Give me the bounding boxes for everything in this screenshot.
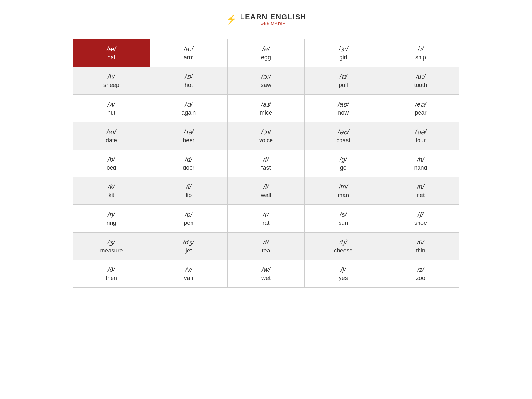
cell-phoneme: /k/ [76, 183, 147, 191]
cell-word: cheese [308, 247, 379, 254]
header-text-block: LEARN ENGLISH with MARIA [240, 13, 307, 26]
cell-phoneme: /ʒ/ [76, 238, 147, 246]
cell-phoneme: /ɒ/ [153, 73, 224, 81]
cell-word: wall [231, 192, 301, 199]
cell-phoneme: /aː/ [153, 45, 224, 53]
table-cell: /əʊ/coast [305, 122, 382, 150]
cell-phoneme: /aʊ/ [308, 100, 379, 108]
table-cell: /l/wall [227, 177, 305, 205]
cell-word: ship [385, 54, 456, 61]
cell-word: voice [231, 137, 301, 144]
cell-word: man [308, 192, 379, 199]
cell-word: now [308, 109, 379, 116]
cell-word: measure [76, 247, 147, 254]
cell-word: again [153, 109, 224, 116]
cell-word: pear [385, 109, 456, 116]
table-cell: /h/hand [382, 150, 459, 177]
cell-phoneme: /m/ [308, 183, 379, 191]
cell-word: saw [231, 82, 301, 89]
cell-word: hat [76, 54, 147, 61]
table-cell: /eə/pear [382, 95, 459, 122]
cell-phoneme: /iː/ [76, 73, 147, 81]
cell-phoneme: /əʊ/ [308, 128, 379, 136]
cell-word: wet [231, 275, 301, 281]
lightning-icon: ⚡ [226, 14, 237, 25]
table-cell: /dʒ/jet [150, 233, 227, 260]
table-cell: /ɜː/girl [305, 39, 382, 67]
table-cell: /f/fast [227, 150, 305, 177]
cell-word: kit [76, 192, 147, 199]
cell-word: beer [153, 137, 224, 144]
cell-word: net [385, 192, 456, 199]
cell-phoneme: /l/ [231, 183, 301, 191]
table-row: /ŋ/ring/p/pen/r/rat/s/sun/ʃ/shoe [73, 205, 459, 233]
cell-phoneme: /r/ [231, 211, 301, 218]
table-cell: /k/kit [73, 177, 150, 205]
cell-phoneme: /eə/ [385, 100, 456, 108]
cell-word: hand [385, 165, 456, 171]
table-cell: /ʃ/shoe [382, 205, 459, 233]
cell-phoneme: /t/ [231, 239, 301, 246]
cell-phoneme: /ð/ [76, 266, 147, 273]
cell-phoneme: /uː/ [385, 73, 456, 81]
cell-word: coast [308, 137, 379, 144]
table-row: /æ/hat/aː/arm/e/egg/ɜː/girl/ɪ/ship [73, 39, 459, 67]
table-cell: /z/zoo [382, 260, 459, 288]
cell-phoneme: /dʒ/ [153, 238, 224, 246]
cell-word: tea [231, 247, 301, 254]
cell-word: yes [308, 275, 379, 281]
table-cell: /aː/arm [150, 39, 227, 67]
table-cell: /ɒ/hot [150, 67, 227, 95]
table-cell: /p/pen [150, 205, 227, 233]
table-cell: /æ/hat [73, 39, 150, 67]
table-cell: /ɪ/ship [382, 39, 459, 67]
cell-word: tooth [385, 82, 456, 89]
cell-word: hut [76, 109, 147, 116]
cell-phoneme: /ɔɪ/ [231, 128, 301, 136]
cell-word: lip [153, 192, 224, 199]
table-cell: /e/egg [227, 39, 305, 67]
phonetics-table: /æ/hat/aː/arm/e/egg/ɜː/girl/ɪ/ship/iː/sh… [73, 39, 459, 288]
cell-word: mice [231, 109, 301, 116]
table-cell: /r/rat [227, 205, 305, 233]
cell-word: sheep [76, 82, 147, 89]
table-cell: /θ/thin [382, 233, 459, 260]
table-cell: /iː/sheep [73, 67, 150, 95]
table-cell: /b/bed [73, 150, 150, 177]
cell-phoneme: /p/ [153, 211, 224, 218]
cell-word: jet [153, 247, 224, 254]
table-cell: /ʒ/measure [73, 233, 150, 260]
table-row: /ð/then/v/van/w/wet/j/yes/z/zoo [73, 260, 459, 288]
cell-phoneme: /h/ [385, 156, 456, 163]
table-cell: /ʌ/hut [73, 95, 150, 122]
cell-word: van [153, 275, 224, 281]
table-cell: /n/net [382, 177, 459, 205]
cell-phoneme: /f/ [231, 156, 301, 163]
cell-phoneme: /æ/ [76, 45, 147, 53]
cell-phoneme: /ɜː/ [308, 45, 379, 53]
cell-phoneme: /ʌ/ [76, 100, 147, 108]
cell-phoneme: /aɪ/ [231, 100, 301, 108]
table-cell: /g/go [305, 150, 382, 177]
table-cell: /d/door [150, 150, 227, 177]
cell-phoneme: /b/ [76, 156, 147, 163]
cell-phoneme: /θ/ [385, 239, 456, 246]
cell-phoneme: /ɪ/ [385, 45, 456, 53]
cell-phoneme: /ŋ/ [76, 211, 147, 218]
cell-phoneme: /ə/ [153, 100, 224, 108]
cell-word: then [76, 275, 147, 281]
cell-phoneme: /d/ [153, 156, 224, 163]
table-cell: /eɪ/date [73, 122, 150, 150]
cell-phoneme: /g/ [308, 156, 379, 163]
table-cell: /aɪ/mice [227, 95, 305, 122]
cell-word: date [76, 137, 147, 144]
table-cell: /j/yes [305, 260, 382, 288]
table-cell: /ɪə/beer [150, 122, 227, 150]
cell-phoneme: /e/ [231, 45, 301, 53]
cell-word: zoo [385, 275, 456, 281]
cell-word: girl [308, 54, 379, 61]
table-row: /eɪ/date/ɪə/beer/ɔɪ/voice/əʊ/coast/ʊə/to… [73, 122, 459, 150]
table-cell: /l/lip [150, 177, 227, 205]
cell-phoneme: /ɪə/ [153, 128, 224, 136]
cell-phoneme: /eɪ/ [76, 128, 147, 136]
